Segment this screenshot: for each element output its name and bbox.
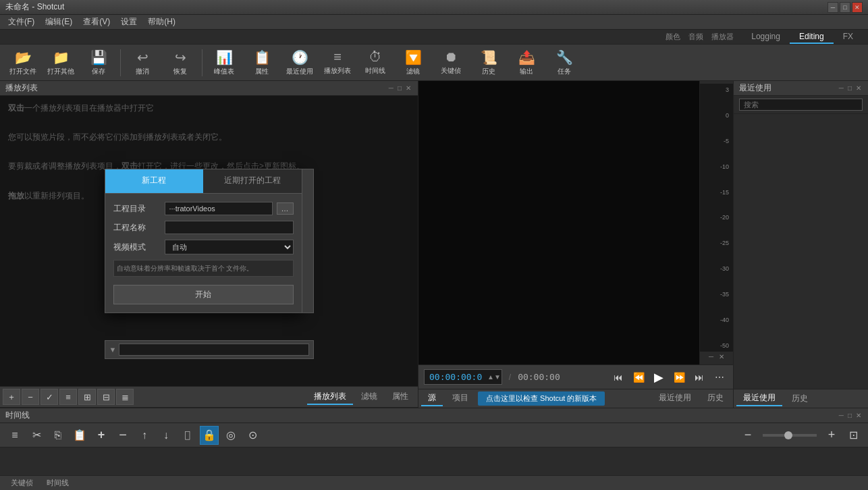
open-other-button[interactable]: 📁 打开其他 [43,47,78,78]
timeline-minimize-icon[interactable]: ─ [838,412,845,419]
vu-10: -10 [704,163,729,170]
tab-editing[interactable]: Editing [790,30,834,44]
remove-item-button[interactable]: − [22,389,39,405]
vu-15: -15 [704,189,729,196]
sidebar-minimize-icon[interactable]: ─ [838,84,845,92]
playlist-button[interactable]: ≡ 播放列表 [320,47,355,78]
tc-spinner[interactable]: ▲▼ [487,373,501,381]
meter-minimize-icon[interactable]: ─ [707,353,715,360]
timeline-zoom-fit-button[interactable]: ⊡ [844,426,863,445]
details-button[interactable]: ≣ [116,389,134,405]
timeline-menu-button[interactable]: ≡ [5,426,24,445]
save-button[interactable]: 💾 保存 [81,47,116,78]
video-mode-select[interactable]: 自动 [165,240,294,254]
save-icon: 💾 [90,49,107,65]
timeline-button[interactable]: ⏱ 时间线 [358,47,393,78]
tab-logging[interactable]: Logging [742,30,790,44]
menu-file[interactable]: 文件(F) [3,15,40,29]
close-button[interactable]: ✕ [852,2,863,13]
tab-fx[interactable]: FX [834,30,863,44]
sidebar-history-tab[interactable]: 历史 [785,391,815,406]
peak-meter-button[interactable]: 📊 峰值表 [207,47,242,78]
mini-view-button[interactable]: ⊟ [97,389,115,405]
filters-icon: 🔽 [405,49,422,65]
timeline-snap-button[interactable]: 🔒 [200,426,219,445]
undo-button[interactable]: ↩ 撤消 [125,47,160,78]
menu-help[interactable]: 帮助(H) [142,15,181,29]
sidebar-recent-tab[interactable]: 最近使用 [736,391,782,406]
source-tabs: 源 项目 点击这里以检查 Shotcut 的新版本 最近使用 历史 [418,389,733,408]
sidebar-restore-icon[interactable]: □ [846,84,853,92]
browse-button[interactable]: … [277,202,294,215]
open-file-button[interactable]: 📂 打开文件 [5,47,40,78]
workspace-tabs-row: 颜色 音频 播放器 Logging Editing FX [0,30,868,45]
maximize-button[interactable]: □ [840,2,850,13]
vu-35: -35 [704,291,729,298]
playlist-close-icon[interactable]: ✕ [404,84,412,92]
player-video[interactable] [418,81,699,364]
sidebar-search-input[interactable] [739,99,863,111]
statusbar-keyframes[interactable]: 关键侦 [5,478,38,488]
step-back-button[interactable]: ⏪ [630,369,647,385]
timeline-append-button[interactable]: + [92,426,111,445]
zoom-slider-thumb[interactable] [784,431,792,439]
step-forward-button[interactable]: ⏩ [671,369,687,385]
skip-to-end-button[interactable]: ⏭ [691,369,707,385]
redo-button[interactable]: ↪ 恢复 [163,47,198,78]
timeline-zoom-out-button[interactable]: − [738,426,757,445]
timeline-ripple-markers-button[interactable]: ⊙ [243,426,262,445]
grid-view-button[interactable]: ⊞ [78,389,96,405]
timeline-cut-button[interactable]: ✂ [27,426,46,445]
dialog-tab-new[interactable]: 新工程 [105,169,204,193]
timeline-remove-button[interactable]: − [113,426,132,445]
timeline-close-icon[interactable]: ✕ [855,412,863,419]
keyframes-button[interactable]: ⏺ 关键侦 [433,47,468,78]
playlist-minimize-icon[interactable]: ─ [387,84,395,92]
playlist-restore-icon[interactable]: □ [396,84,403,92]
timeline-ripple-button[interactable]: ◎ [221,426,240,445]
source-tab[interactable]: 源 [421,391,443,406]
history-player-tab[interactable]: 历史 [701,391,730,406]
confirm-button[interactable]: ✓ [40,389,58,405]
dialog-tab-recent[interactable]: 近期打开的工程 [203,169,302,193]
filters-label: 滤镜 [406,67,420,76]
sidebar-close-icon[interactable]: ✕ [855,84,863,92]
skip-to-start-button[interactable]: ⏮ [610,369,626,385]
add-item-button[interactable]: + [3,389,20,405]
properties-tab[interactable]: 属性 [385,389,415,405]
properties-button[interactable]: 📋 属性 [244,47,279,78]
timeline-zoom-in-button[interactable]: + [822,426,841,445]
timeline-split-button[interactable]: ⌷ [178,426,197,445]
project-tab[interactable]: 项目 [445,391,475,406]
timeline-paste-button[interactable]: 📋 [70,426,89,445]
recent-button[interactable]: 🕐 最近使用 [282,47,317,78]
timecode-display[interactable]: 00:00:00:00 [425,371,486,383]
menu-view[interactable]: 查看(V) [78,15,115,29]
filters-button[interactable]: 🔽 滤镜 [396,47,431,78]
timeline-restore-icon[interactable]: □ [846,412,853,419]
play-button[interactable]: ▶ [651,369,667,385]
timeline-overwrite-button[interactable]: ↓ [157,426,175,445]
timeline-zoom-slider[interactable] [763,434,817,437]
project-name-input[interactable] [165,221,294,234]
export-button[interactable]: 📤 输出 [509,47,544,78]
history-button[interactable]: 📜 历史 [471,47,506,78]
timeline-lift-button[interactable]: ↑ [135,426,154,445]
list-view-button[interactable]: ≡ [59,389,77,405]
jobs-button[interactable]: 🔧 任务 [547,47,582,78]
check-update-button[interactable]: 点击这里以检查 Shotcut 的新版本 [478,391,605,406]
minimize-button[interactable]: ─ [828,2,838,13]
meter-close-icon[interactable]: ✕ [717,353,726,360]
more-button[interactable]: ⋯ [711,369,728,385]
menu-settings[interactable]: 设置 [115,15,142,29]
timeline-copy-button[interactable]: ⎘ [49,426,67,445]
project-dir-input[interactable] [165,202,273,215]
start-button[interactable]: 开始 [113,285,294,304]
playlist-tab[interactable]: 播放列表 [307,389,353,405]
menu-edit[interactable]: 编辑(E) [40,15,78,29]
recent-player-tab[interactable]: 最近使用 [652,391,698,406]
dialog-body: 工程目录 … 工程名称 视频模式 [105,194,302,312]
statusbar-timeline[interactable]: 时间线 [41,478,74,488]
project-search-input[interactable] [119,344,308,356]
filters-tab[interactable]: 滤镜 [354,389,384,405]
